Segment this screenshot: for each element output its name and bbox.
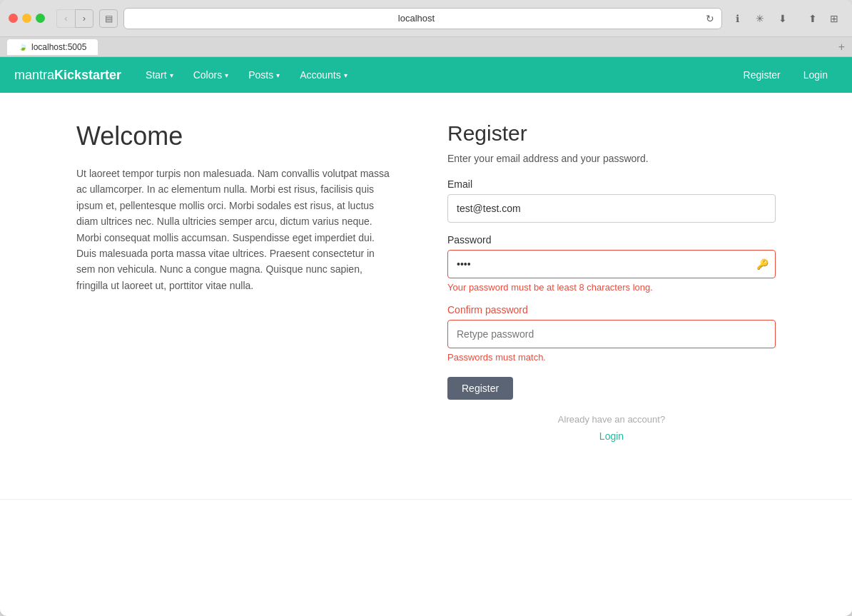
email-group: Email xyxy=(447,178,776,223)
tab-url: localhost:5005 xyxy=(31,42,86,52)
add-tab-button[interactable]: + xyxy=(838,41,845,53)
register-nav-link[interactable]: Register xyxy=(734,65,791,85)
chevron-down-icon: ▾ xyxy=(344,71,348,79)
password-group: Password 🔑 Your password must be at leas… xyxy=(447,234,776,293)
page-divider xyxy=(0,499,852,500)
browser-tabbar: 🍃 localhost:5005 + xyxy=(0,37,852,57)
forward-button[interactable]: › xyxy=(75,9,93,28)
confirm-password-field[interactable] xyxy=(447,320,776,348)
nav-item-colors: Colors ▾ xyxy=(183,65,238,85)
brand-mantra: mantra xyxy=(14,68,54,82)
brand-kickstarter: Kickstarter xyxy=(54,68,121,82)
password-field[interactable] xyxy=(447,250,776,278)
confirm-password-group: Confirm password Passwords must match. xyxy=(447,304,776,363)
nav-item-accounts: Accounts ▾ xyxy=(290,65,357,85)
password-error-message: Your password must be at least 8 charact… xyxy=(447,282,776,293)
page-content: mantraKickstarter Start ▾ Colors ▾ xyxy=(0,57,852,616)
navbar-right: Register Login xyxy=(734,65,838,85)
info-icon[interactable]: ℹ xyxy=(728,9,746,28)
password-label: Password xyxy=(447,234,776,246)
tab-favicon: 🍃 xyxy=(19,43,27,51)
chevron-down-icon: ▾ xyxy=(170,71,173,79)
main-nav: Start ▾ Colors ▾ Posts ▾ xyxy=(136,65,357,85)
nav-item-start: Start ▾ xyxy=(136,65,183,85)
nav-item-posts: Posts ▾ xyxy=(238,65,290,85)
nav-link-start[interactable]: Start ▾ xyxy=(136,65,183,85)
already-account-text: Already have an account? xyxy=(447,414,776,425)
back-button[interactable]: ‹ xyxy=(56,9,75,28)
login-link[interactable]: Login xyxy=(447,430,776,442)
left-column: Welcome Ut laoreet tempor turpis non mal… xyxy=(76,121,390,442)
reload-button[interactable]: ↻ xyxy=(706,13,714,24)
email-label: Email xyxy=(447,178,776,190)
minimize-button[interactable] xyxy=(22,14,31,23)
main-container: Welcome Ut laoreet tempor turpis non mal… xyxy=(34,93,818,470)
register-subtitle: Enter your email address and your passwo… xyxy=(447,153,776,164)
navbar: mantraKickstarter Start ▾ Colors ▾ xyxy=(0,57,852,93)
register-form-column: Register Enter your email address and yo… xyxy=(447,121,776,442)
browser-titlebar: ‹ › ▤ localhost ↻ ℹ ✳ ⬇ ⬆ ⊞ xyxy=(0,0,852,37)
action-buttons: ⬆ ⊞ xyxy=(803,9,843,28)
confirm-password-error-message: Passwords must match. xyxy=(447,352,776,363)
register-title: Register xyxy=(447,121,776,146)
share-button[interactable]: ⬆ xyxy=(803,9,822,28)
password-toggle-icon[interactable]: 🔑 xyxy=(756,258,769,270)
brand-logo[interactable]: mantraKickstarter xyxy=(14,68,121,83)
nav-link-posts[interactable]: Posts ▾ xyxy=(238,65,290,85)
confirm-password-label: Confirm password xyxy=(447,304,776,315)
new-tab-button[interactable]: ⊞ xyxy=(825,9,843,28)
pocket-icon[interactable]: ⬇ xyxy=(774,9,792,28)
extensions-icon[interactable]: ✳ xyxy=(751,9,769,28)
chevron-down-icon: ▾ xyxy=(276,71,280,79)
welcome-title: Welcome xyxy=(76,121,390,151)
reader-view-button[interactable]: ▤ xyxy=(99,9,118,28)
active-tab[interactable]: 🍃 localhost:5005 xyxy=(7,39,98,55)
url-text: localhost xyxy=(131,13,701,24)
register-button[interactable]: Register xyxy=(447,377,513,400)
close-button[interactable] xyxy=(9,14,18,23)
password-wrapper: 🔑 xyxy=(447,250,776,278)
browser-icons: ℹ ✳ ⬇ xyxy=(728,9,792,28)
traffic-lights xyxy=(9,14,45,23)
url-bar[interactable]: localhost ↻ xyxy=(123,8,722,29)
welcome-text: Ut laoreet tempor turpis non malesuada. … xyxy=(76,166,390,293)
email-field[interactable] xyxy=(447,194,776,223)
nav-arrows: ‹ › xyxy=(56,9,93,28)
maximize-button[interactable] xyxy=(36,14,45,23)
login-nav-link[interactable]: Login xyxy=(793,65,838,85)
nav-link-accounts[interactable]: Accounts ▾ xyxy=(290,65,357,85)
nav-link-colors[interactable]: Colors ▾ xyxy=(183,65,238,85)
chevron-down-icon: ▾ xyxy=(225,71,228,79)
